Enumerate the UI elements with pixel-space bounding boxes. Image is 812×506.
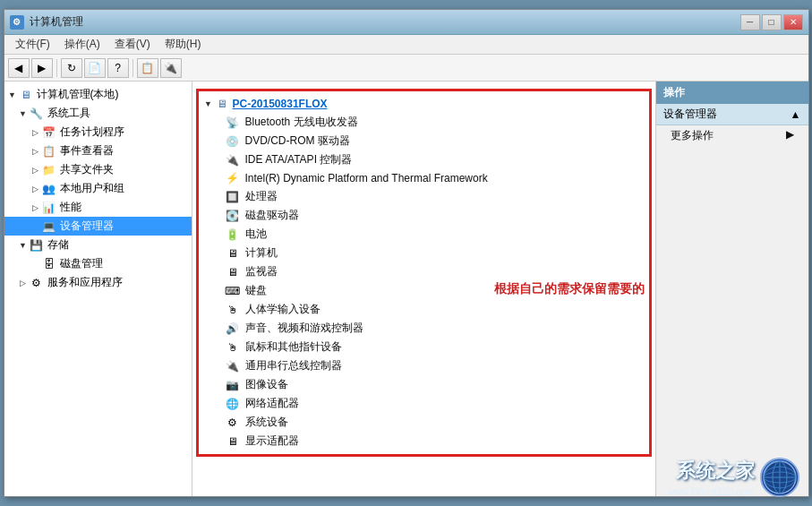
connect-button[interactable]: 🔌	[160, 58, 182, 78]
help-button[interactable]: ?	[107, 58, 129, 78]
device-list-container: ▼ 🖥 PC-20150831FLOX 📡 Bluetooth 无线电收发器 💿…	[196, 89, 652, 457]
toolbar-sep-2	[132, 59, 133, 77]
right-panel-more-actions[interactable]: 更多操作 ▶	[656, 125, 808, 146]
device-dvd-label: DVD/CD-ROM 驱动器	[245, 133, 350, 149]
device-monitor-label: 监视器	[245, 264, 278, 279]
ide-icon: 🔌	[226, 153, 240, 167]
bluetooth-icon: 📡	[226, 116, 240, 130]
device-camera[interactable]: 📷 图像设备	[199, 375, 649, 394]
computer-name-label: PC-20150831FLOX	[233, 98, 328, 110]
device-computer-label: 计算机	[245, 245, 278, 261]
monitor-icon: 🖥	[226, 265, 240, 279]
audio-icon: 🔊	[226, 322, 240, 336]
device-display-label: 显示适配器	[245, 433, 299, 449]
sidebar-disk-label: 磁盘管理	[60, 256, 103, 271]
system-icon: ⚙	[226, 416, 240, 430]
doc-button[interactable]: 📄	[84, 58, 106, 78]
device-cpu[interactable]: 🔲 处理器	[199, 187, 649, 206]
refresh-button[interactable]: ↻	[61, 58, 82, 78]
device-mouse[interactable]: 🖱 鼠标和其他指针设备	[199, 338, 649, 356]
expand-shared-icon: ▷	[30, 164, 42, 176]
clipboard-button[interactable]: 📋	[137, 58, 158, 78]
device-usb-label: 通用串行总线控制器	[245, 358, 342, 373]
window-title: 计算机管理	[30, 14, 83, 30]
computer-header[interactable]: ▼ 🖥 PC-20150831FLOX	[199, 95, 649, 113]
disk-icon: 🗄	[42, 257, 56, 271]
sidebar-root-label: 计算机管理(本地)	[37, 87, 119, 102]
expand-storage-icon: ▼	[17, 239, 30, 252]
device-battery[interactable]: 🔋 电池	[199, 225, 649, 244]
toolbar: ◀ ▶ ↻ 📄 ? 📋 🔌	[4, 55, 808, 81]
expand-root-icon: ▼	[6, 89, 19, 101]
sidebar-storage[interactable]: ▼ 💾 存储	[4, 236, 192, 254]
device-system[interactable]: ⚙ 系统设备	[199, 413, 649, 432]
device-battery-label: 电池	[245, 227, 267, 242]
sidebar-event-viewer[interactable]: ▷ 📋 事件查看器	[4, 142, 192, 160]
intel-icon: ⚡	[226, 171, 240, 185]
expand-task-icon: ▷	[30, 126, 42, 139]
services-icon: ⚙	[30, 276, 44, 290]
window-controls: ─ □ ✕	[740, 14, 803, 30]
device-ide[interactable]: 🔌 IDE ATA/ATAPI 控制器	[199, 150, 649, 169]
menu-view[interactable]: 查看(V)	[107, 35, 158, 54]
main-window: ⚙ 计算机管理 ─ □ ✕ 文件(F) 操作(A) 查看(V) 帮助(H) ◀ …	[4, 9, 809, 497]
keyboard-icon: ⌨	[226, 284, 240, 298]
computer-device-icon: 🖥	[226, 246, 240, 261]
sidebar-device-manager[interactable]: 💻 设备管理器	[4, 217, 192, 236]
usb-icon: 🔌	[226, 359, 240, 373]
sidebar-devmgr-label: 设备管理器	[60, 219, 114, 234]
disk-drive-icon: 💽	[226, 209, 240, 223]
sidebar-root[interactable]: ▼ 🖥 计算机管理(本地)	[4, 85, 192, 104]
maximize-button[interactable]: □	[762, 14, 782, 30]
menu-help[interactable]: 帮助(H)	[158, 35, 209, 54]
network-icon: 🌐	[226, 397, 240, 411]
right-panel-devmgr-label: 设备管理器	[663, 107, 717, 122]
device-dvd[interactable]: 💿 DVD/CD-ROM 驱动器	[199, 132, 649, 150]
close-button[interactable]: ✕	[783, 14, 803, 30]
cpu-icon: 🔲	[226, 190, 240, 204]
expand-event-icon: ▷	[30, 145, 42, 158]
device-bluetooth-label: Bluetooth 无线电收发器	[245, 115, 358, 130]
menu-file[interactable]: 文件(F)	[8, 35, 57, 54]
titlebar: ⚙ 计算机管理 ─ □ ✕	[4, 10, 808, 35]
sidebar-shared-folders[interactable]: ▷ 📁 共享文件夹	[4, 160, 192, 179]
device-display[interactable]: 🖥 显示适配器	[199, 432, 649, 450]
device-network[interactable]: 🌐 网络适配器	[199, 394, 649, 413]
back-button[interactable]: ◀	[8, 58, 30, 78]
dvd-icon: 💿	[226, 134, 240, 149]
folder-icon: 📁	[42, 163, 56, 177]
device-intel[interactable]: ⚡ Intel(R) Dynamic Platform and Thermal …	[199, 169, 649, 187]
sidebar-task-scheduler[interactable]: ▷ 📅 任务计划程序	[4, 123, 192, 142]
menu-action[interactable]: 操作(A)	[57, 35, 107, 54]
camera-icon: 📷	[226, 378, 240, 392]
sidebar-event-label: 事件查看器	[60, 143, 114, 159]
tools-icon: 🔧	[30, 107, 44, 121]
device-monitor[interactable]: 🖥 监视器	[199, 262, 649, 281]
menubar: 文件(F) 操作(A) 查看(V) 帮助(H)	[4, 35, 808, 55]
device-keyboard[interactable]: ⌨ 键盘	[199, 281, 649, 300]
users-icon: 👥	[42, 182, 56, 196]
device-computer[interactable]: 🖥 计算机	[199, 244, 649, 262]
device-usb[interactable]: 🔌 通用串行总线控制器	[199, 356, 649, 375]
sidebar-disk-mgmt[interactable]: 🗄 磁盘管理	[4, 254, 192, 273]
sidebar-users-label: 本地用户和组	[60, 181, 124, 196]
expand-system-icon: ▼	[17, 107, 30, 120]
device-ide-label: IDE ATA/ATAPI 控制器	[245, 152, 353, 167]
computer-icon: 🖥	[19, 88, 33, 102]
forward-button[interactable]: ▶	[31, 58, 53, 78]
sidebar-performance[interactable]: ▷ 📊 性能	[4, 198, 192, 217]
sidebar-system-tools[interactable]: ▼ 🔧 系统工具	[4, 104, 192, 123]
sidebar-services[interactable]: ▷ ⚙ 服务和应用程序	[4, 273, 192, 292]
device-audio[interactable]: 🔊 声音、视频和游戏控制器	[199, 319, 649, 338]
main-content: ▼ 🖥 计算机管理(本地) ▼ 🔧 系统工具 ▷ 📅 任务计划程序 ▷ 📋 事件…	[4, 81, 808, 496]
minimize-button[interactable]: ─	[740, 14, 760, 30]
right-panel-section-devmgr[interactable]: 设备管理器 ▲	[656, 104, 808, 125]
device-bluetooth[interactable]: 📡 Bluetooth 无线电收发器	[199, 113, 649, 132]
sidebar-local-users[interactable]: ▷ 👥 本地用户和组	[4, 179, 192, 198]
device-human[interactable]: 🖱 人体学输入设备	[199, 300, 649, 319]
right-panel: 操作 设备管理器 ▲ 更多操作 ▶	[656, 81, 808, 496]
center-area: ▼ 🖥 PC-20150831FLOX 📡 Bluetooth 无线电收发器 💿…	[192, 81, 656, 496]
device-disk[interactable]: 💽 磁盘驱动器	[199, 206, 649, 225]
device-mouse-label: 鼠标和其他指针设备	[245, 339, 342, 355]
sidebar-services-label: 服务和应用程序	[47, 275, 123, 290]
